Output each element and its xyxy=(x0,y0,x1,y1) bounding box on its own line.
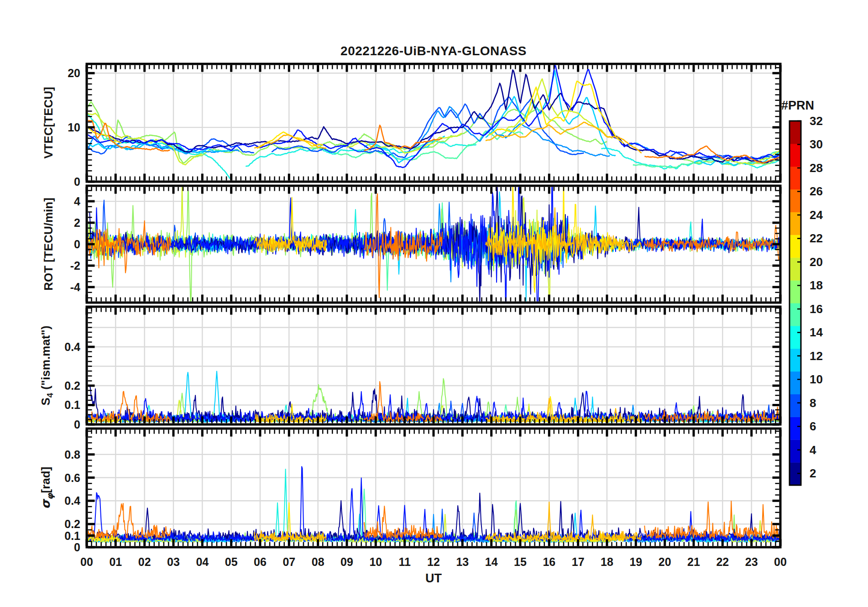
colorbar-tick-label: 28 xyxy=(810,161,823,175)
xtick-label: 08 xyxy=(312,555,324,568)
xtick-label: 15 xyxy=(514,555,527,568)
series-prn-2 xyxy=(89,493,780,540)
colorbar-block xyxy=(790,349,801,372)
panel-rot: -4-2024 xyxy=(70,157,780,329)
colorbar-label: #PRN xyxy=(781,99,836,113)
chart-canvas: 01020-4-202400.10.20.400.10.20.40.60.800… xyxy=(0,0,868,607)
xtick-label: 20 xyxy=(659,555,671,568)
panel-s4: 00.10.20.4 xyxy=(64,307,780,431)
panel-vtec: 01020 xyxy=(68,64,780,188)
ytick-label-sigma_phi: 0.4 xyxy=(64,494,80,507)
ytick-label-sigma_phi: 0.2 xyxy=(64,518,80,530)
colorbar-tick-label: 10 xyxy=(810,372,823,386)
colorbar-block xyxy=(790,167,801,189)
colorbar-tick-label: 20 xyxy=(810,255,823,269)
colorbar-block xyxy=(790,326,801,349)
colorbar-tick-label: 22 xyxy=(810,231,823,245)
ytick-label-s4: 0.1 xyxy=(64,398,80,411)
xtick-label: 07 xyxy=(282,555,295,568)
ytick-label-rot: 0 xyxy=(74,238,80,251)
xtick-labels: 0001020304050607080910111213141516171819… xyxy=(80,555,787,568)
figure: 20221226-UiB-NYA-GLONASS 01020-4-202400.… xyxy=(0,0,868,607)
ytick-label-sigma_phi: 0.8 xyxy=(64,448,80,461)
xtick-label: 12 xyxy=(427,555,440,568)
xtick-label: 04 xyxy=(196,555,209,568)
colorbar-block xyxy=(790,372,801,394)
xtick-label: 03 xyxy=(167,555,180,568)
xtick-label: 11 xyxy=(398,555,411,568)
ytick-label-sigma_phi: 0.6 xyxy=(64,471,80,484)
ytick-label-vtec: 10 xyxy=(68,121,80,134)
colorbar-tick-label: 4 xyxy=(810,443,816,457)
xtick-label: 00 xyxy=(774,555,787,568)
colorbar-tick-label: 30 xyxy=(810,137,823,151)
colorbar-block xyxy=(790,440,801,462)
xtick-label: 00 xyxy=(80,555,93,568)
colorbar-tick-label: 24 xyxy=(810,208,823,222)
xtick-label: 17 xyxy=(572,555,585,568)
xtick-label: 22 xyxy=(716,555,729,568)
xtick-label: 09 xyxy=(340,555,353,568)
xtick-label: 06 xyxy=(254,555,267,568)
ytick-label-s4: 0 xyxy=(74,418,80,431)
xtick-label: 14 xyxy=(485,555,498,568)
colorbar-tick-label: 26 xyxy=(810,184,823,198)
colorbar: 2468101214161820222426283032 xyxy=(790,114,823,486)
ytick-label-rot: -4 xyxy=(70,281,80,293)
xtick-label: 16 xyxy=(543,555,555,568)
ytick-label-rot: -2 xyxy=(70,259,80,272)
colorbar-block xyxy=(790,394,801,417)
xtick-label: 13 xyxy=(456,555,469,568)
ytick-label-vtec: 0 xyxy=(74,175,80,188)
ytick-label-rot: 4 xyxy=(74,195,80,208)
colorbar-block xyxy=(790,303,801,326)
xtick-label: 23 xyxy=(745,555,758,568)
ytick-label-sigma_phi: 0 xyxy=(74,541,80,554)
ytick-label-s4: 0.4 xyxy=(64,340,80,353)
xlabel-ut: UT xyxy=(87,571,780,586)
colorbar-block xyxy=(790,280,801,303)
xtick-label: 19 xyxy=(629,555,642,568)
ytick-label-rot: 2 xyxy=(74,216,80,229)
xtick-label: 02 xyxy=(138,555,151,568)
colorbar-tick-label: 18 xyxy=(810,278,823,292)
xtick-label: 10 xyxy=(369,555,382,568)
xtick-label: 01 xyxy=(109,555,122,568)
colorbar-tick-label: 16 xyxy=(810,302,823,316)
colorbar-block xyxy=(790,121,801,144)
colorbar-tick-label: 14 xyxy=(810,325,823,339)
colorbar-tick-label: 12 xyxy=(810,349,823,363)
colorbar-tick-label: 8 xyxy=(810,396,816,410)
colorbar-tick-label: 6 xyxy=(810,419,816,433)
ytick-label-sigma_phi: 0.1 xyxy=(64,529,80,542)
colorbar-block xyxy=(790,189,801,212)
colorbar-block xyxy=(790,257,801,280)
colorbar-block xyxy=(790,417,801,440)
ytick-label-vtec: 20 xyxy=(68,67,80,79)
xtick-label: 21 xyxy=(687,555,700,568)
ytick-label-s4: 0.2 xyxy=(64,379,80,392)
colorbar-block xyxy=(790,144,801,167)
colorbar-tick-label: 2 xyxy=(810,466,816,480)
colorbar-tick-label: 32 xyxy=(810,114,823,128)
xtick-label: 05 xyxy=(225,555,238,568)
panel-sigma_phi: 00.10.20.40.60.8 xyxy=(64,429,780,554)
xtick-label: 18 xyxy=(601,555,613,568)
